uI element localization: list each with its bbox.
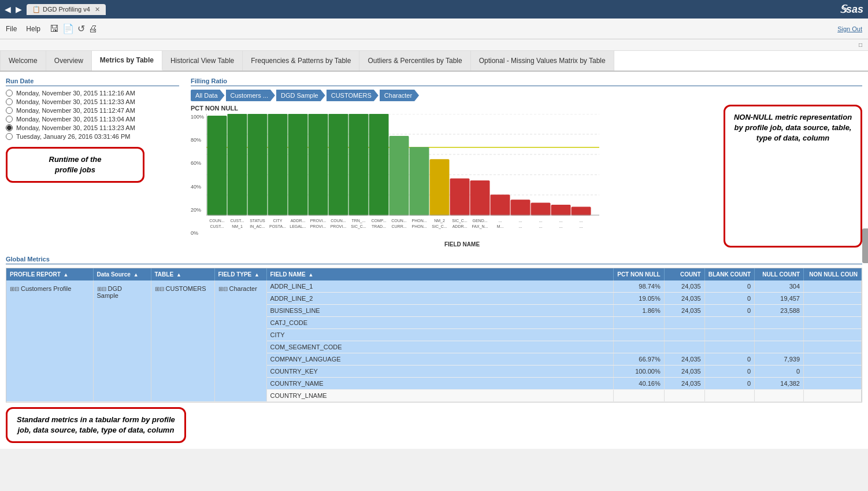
svg-rect-9 — [228, 114, 247, 215]
cell-field-name: COM_SEGMENT_CODE — [266, 341, 614, 353]
sort-table[interactable]: ▲ — [176, 272, 181, 278]
radio-button[interactable] — [6, 107, 13, 114]
tab-historical-view[interactable]: Historical View Table — [162, 51, 243, 71]
tab-metrics-by-table[interactable]: Metrics by Table — [92, 51, 162, 71]
svg-rect-33 — [390, 136, 409, 216]
run-date-item[interactable]: Monday, November 30, 2015 11:12:16 AM — [6, 90, 179, 97]
header-field-name[interactable]: FIELD NAME ▲ — [266, 268, 614, 280]
run-date-item[interactable]: Tuesday, January 26, 2016 03:31:46 PM — [6, 133, 179, 140]
header-profile-report[interactable]: PROFILE REPORT ▲ — [6, 268, 93, 280]
sort-field-type[interactable]: ▲ — [254, 272, 259, 278]
run-date-label: Monday, November 30, 2015 11:12:16 AM — [16, 90, 135, 97]
svg-text:PROVI...: PROVI... — [310, 219, 327, 223]
breadcrumb-item[interactable]: Character — [380, 90, 419, 101]
breadcrumb-item[interactable]: CUSTOMERS — [327, 90, 379, 101]
header-field-type[interactable]: FIELD TYPE ▲ — [214, 268, 266, 280]
table-header-row: PROFILE REPORT ▲ Data Source ▲ TABLE ▲ — [6, 268, 862, 280]
cell-blank-count — [704, 390, 754, 402]
toolbar-icons: 🖫 📄 ↺ 🖨 — [50, 23, 98, 34]
cell-blank-count — [704, 329, 754, 341]
radio-button[interactable] — [6, 124, 13, 131]
svg-text:COUN...: COUN... — [331, 219, 346, 223]
title-bar-left: ◀ ▶ 📋 DGD Profiling v4 ✕ — [5, 4, 106, 15]
svg-text:SIC_C...: SIC_C... — [452, 219, 468, 223]
metrics-table-body: ⊞⊟Customers Profile⊞⊟DGDSample⊞⊟CUSTOMER… — [6, 280, 862, 402]
report-icon[interactable]: 📄 — [62, 23, 74, 34]
chart-svg: COUN...CUST...CUST...NM_1STATUSIN_AC...C… — [206, 114, 718, 240]
right-scroll-indicator[interactable] — [862, 228, 868, 263]
header-count: COUNT — [664, 268, 704, 280]
tab-optional[interactable]: Optional - Missing Values Matrix by Tabl… — [471, 51, 614, 71]
svg-text:CURR...: CURR... — [392, 224, 407, 228]
tab-welcome[interactable]: Welcome — [0, 51, 46, 71]
cell-count: 24,035 — [664, 378, 704, 390]
title-bar: ◀ ▶ 📋 DGD Profiling v4 ✕ 𝕊sas — [0, 0, 868, 19]
svg-text:CUST...: CUST... — [210, 224, 224, 228]
save-icon[interactable]: 🖫 — [50, 24, 59, 34]
expand-icon-ft[interactable]: ⊞⊟ — [218, 286, 228, 292]
run-date-item[interactable]: Monday, November 30, 2015 11:12:47 AM — [6, 107, 179, 114]
header-pct-non-null: PCT NON NULL — [614, 268, 664, 280]
cell-count — [664, 329, 704, 341]
header-table[interactable]: TABLE ▲ — [151, 268, 214, 280]
expand-icon-tbl[interactable]: ⊞⊟ — [155, 286, 164, 292]
cell-non-null-count — [804, 280, 862, 293]
tab-frequencies[interactable]: Frequencies & Patterns by Table — [243, 51, 359, 71]
file-menu[interactable]: File — [6, 25, 17, 33]
cell-null-count — [755, 317, 804, 329]
sas-logo: 𝕊sas — [840, 3, 863, 16]
radio-button[interactable] — [6, 90, 13, 97]
expand-icon[interactable]: ⊞⊟ — [10, 286, 19, 292]
svg-text:COUN...: COUN... — [209, 219, 225, 223]
sort-data-source[interactable]: ▲ — [133, 272, 139, 278]
print-icon[interactable]: 🖨 — [88, 24, 98, 34]
cell-null-count: 0 — [755, 366, 804, 378]
breadcrumb-item[interactable]: DGD Sample — [276, 90, 325, 101]
cell-field-name: ADDR_LINE_1 — [266, 280, 614, 293]
sort-profile-report[interactable]: ▲ — [64, 272, 69, 278]
nav-forward-icon[interactable]: ▶ — [16, 5, 22, 14]
cell-field-name: CATJ_CODE — [266, 317, 614, 329]
chart-with-yaxis: 100% 80% 60% 40% 20% 0% COUN...CUST...CU… — [191, 114, 718, 248]
svg-text:LEGAL...: LEGAL... — [290, 224, 306, 228]
run-date-item[interactable]: Monday, November 30, 2015 11:12:33 AM — [6, 98, 179, 105]
maximize-icon[interactable]: □ — [859, 42, 862, 48]
run-date-item[interactable]: Monday, November 30, 2015 11:13:23 AM — [6, 124, 179, 131]
svg-rect-15 — [268, 114, 287, 215]
tab-overview[interactable]: Overview — [46, 51, 92, 71]
header-data-source[interactable]: Data Source ▲ — [93, 268, 151, 280]
tab-close-icon[interactable]: ✕ — [95, 6, 100, 13]
app-tab[interactable]: 📋 DGD Profiling v4 ✕ — [27, 4, 106, 15]
cell-non-null-count — [804, 378, 862, 390]
radio-button[interactable] — [6, 133, 13, 140]
expand-icon-ds[interactable]: ⊞⊟ — [97, 286, 106, 292]
table-row[interactable]: ⊞⊟Customers Profile⊞⊟DGDSample⊞⊟CUSTOMER… — [6, 280, 862, 293]
svg-rect-6 — [207, 116, 227, 216]
cell-count: 24,035 — [664, 293, 704, 305]
help-menu[interactable]: Help — [26, 25, 40, 33]
tab-outliers[interactable]: Outliers & Percentiles by Table — [359, 51, 470, 71]
breadcrumb-item[interactable]: All Data — [191, 90, 225, 101]
svg-text:ADDR...: ADDR... — [291, 219, 306, 223]
cell-field-name: CITY — [266, 329, 614, 341]
undo-icon[interactable]: ↺ — [77, 23, 85, 34]
cell-null-count — [755, 390, 804, 402]
sign-out-link[interactable]: Sign Out — [837, 25, 862, 32]
nav-back-icon[interactable]: ◀ — [5, 5, 11, 14]
menu-bar-left: File Help 🖫 📄 ↺ 🖨 — [6, 23, 98, 34]
sort-field-name[interactable]: ▲ — [308, 272, 313, 278]
cell-non-null-count — [804, 317, 862, 329]
cell-pct-non-null: 100.00% — [614, 366, 664, 378]
svg-rect-18 — [288, 114, 307, 215]
cell-count — [664, 341, 704, 353]
cell-non-null-count — [804, 329, 862, 341]
radio-button[interactable] — [6, 116, 13, 123]
cell-pct-non-null: 40.16% — [614, 378, 664, 390]
svg-text:NM_1: NM_1 — [232, 224, 243, 229]
cell-pct-non-null: 1.86% — [614, 305, 664, 317]
cell-null-count — [755, 341, 804, 353]
radio-button[interactable] — [6, 98, 13, 105]
run-date-item[interactable]: Monday, November 30, 2015 11:13:04 AM — [6, 116, 179, 123]
breadcrumb-item[interactable]: Customers ... — [226, 90, 275, 101]
cell-field-name: COUNTRY_LNAME — [266, 390, 614, 402]
